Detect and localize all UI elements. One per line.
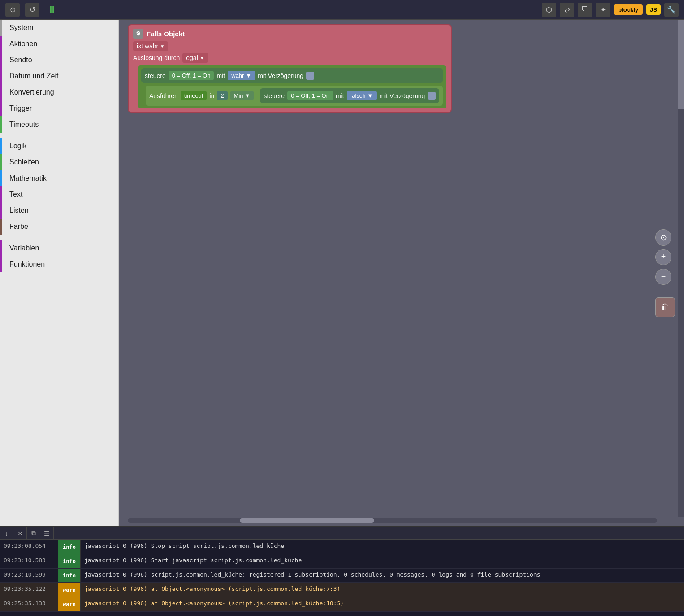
log-filter-button[interactable]: ☰	[40, 527, 54, 539]
target-icon[interactable]: ⊙	[5, 3, 20, 17]
steuere1-arrow: ▼	[246, 72, 251, 79]
blockly-button[interactable]: blockly	[614, 4, 643, 15]
sidebar-item-trigger[interactable]: Trigger	[0, 100, 118, 116]
canvas-scrollbar-thumb[interactable]	[240, 518, 374, 523]
js-button[interactable]: JS	[646, 4, 661, 15]
canvas-scrollbar[interactable]	[128, 518, 657, 523]
vertical-scrollbar[interactable]	[678, 20, 684, 517]
ausfuhren-timeout: timeout	[181, 91, 207, 100]
log-timestamp: 09:23:08.054	[0, 540, 58, 554]
trash-icon[interactable]: 🗑	[655, 297, 675, 317]
sidebar-item-timeouts[interactable]: Timeouts	[0, 116, 118, 133]
log-message: javascript.0 (996) Start javascript scri…	[81, 554, 684, 568]
zoom-in-icon[interactable]: +	[655, 249, 671, 265]
sidebar-item-mathematik[interactable]: Mathematik	[0, 170, 118, 186]
sidebar-item-text[interactable]: Text	[0, 186, 118, 202]
log-timestamp: 09:23:10.583	[0, 554, 58, 568]
log-level-badge: info	[58, 569, 81, 582]
sidebar-label-datum: Datum und Zeit	[9, 72, 58, 80]
top-toolbar: ⊙ ↺ ⏸ ⬡ ⇄ ⛉ ✦ blockly JS 🔧	[0, 0, 684, 20]
block-trigger-row: Auslösung durch egal ▼	[133, 53, 446, 63]
sidebar-label-system: System	[9, 24, 33, 31]
sidebar-item-schleifen[interactable]: Schleifen	[0, 154, 118, 170]
ausfuhren-unit-dropdown[interactable]: Min ▼	[230, 91, 254, 100]
steuere2-delay-checkbox[interactable]	[428, 92, 436, 100]
trigger-arrow: ▼	[200, 56, 204, 60]
gear-icon[interactable]: ⚙	[133, 29, 143, 39]
log-level-badge: info	[58, 540, 81, 554]
log-entry: 09:23:08.054infojavascript.0 (996) Stop …	[0, 540, 684, 554]
steuere1-label: steuere	[145, 72, 166, 79]
steuere1-delay-checkbox[interactable]	[306, 72, 314, 80]
log-entry: 09:23:35.122warnjavascript.0 (996) at Ob…	[0, 583, 684, 597]
steuere1-delay-label: mit Verzögerung	[258, 72, 303, 79]
steuere2-value-dropdown[interactable]: falsch ▼	[347, 91, 377, 100]
sidebar-item-logik[interactable]: Logik	[0, 138, 118, 154]
refresh-icon[interactable]: ↺	[25, 3, 39, 17]
checker-icon[interactable]: ⛉	[578, 3, 592, 17]
falls-objekt-title: Falls Objekt	[147, 30, 185, 38]
pause-icon[interactable]: ⏸	[45, 3, 59, 17]
steuere1-value: wahr	[231, 72, 244, 79]
canvas-area[interactable]: Objekt ID Presence 25 presence ⚙ Falls O…	[119, 20, 684, 526]
center-icon[interactable]: ⊙	[655, 229, 671, 246]
sidebar-item-system[interactable]: System	[0, 20, 118, 36]
sidebar-label-logik: Logik	[9, 142, 26, 150]
zoom-out-icon[interactable]: −	[655, 269, 671, 285]
sidebar-label-funktionen: Funktionen	[9, 260, 45, 268]
sidebar-label-konv: Konvertierung	[9, 88, 54, 96]
condition-arrow: ▼	[160, 44, 165, 49]
log-message: javascript.0 (996) at Object.<anonymous>…	[81, 583, 684, 597]
block-inner-green: steuere 0 = Off, 1 = On mit wahr ▼ mit V…	[138, 65, 446, 108]
sidebar-item-farbe[interactable]: Farbe	[0, 219, 118, 235]
sidebar-item-aktionen[interactable]: Aktionen	[0, 36, 118, 52]
sparkle-icon[interactable]: ✦	[596, 3, 610, 17]
export-icon[interactable]: ⬡	[542, 3, 556, 17]
sidebar-item-konv[interactable]: Konvertierung	[0, 84, 118, 100]
sidebar-item-funktionen[interactable]: Funktionen	[0, 256, 118, 272]
steuere2-delay-label: mit Verzögerung	[379, 92, 425, 99]
sidebar-item-sendto[interactable]: Sendto	[0, 52, 118, 68]
log-entry: 09:25:35.133warnjavascript.0 (996) at Ob…	[0, 597, 684, 612]
import-icon[interactable]: ⇄	[560, 3, 574, 17]
sidebar-label-aktionen: Aktionen	[9, 40, 37, 47]
sidebar-item-datum[interactable]: Datum und Zeit	[0, 68, 118, 84]
sidebar-label-schleifen: Schleifen	[9, 158, 39, 166]
steuere2-value: falsch	[351, 92, 366, 99]
sidebar-label-farbe: Farbe	[9, 223, 28, 230]
sidebar-item-listen[interactable]: Listen	[0, 202, 118, 219]
sidebar-label-variablen: Variablen	[9, 244, 39, 252]
log-entry: 09:23:10.583infojavascript.0 (996) Start…	[0, 554, 684, 569]
block-condition-row: ist wahr ▼	[133, 41, 446, 51]
steuere2-mit: mit	[336, 92, 344, 99]
sidebar: System Aktionen Sendto Datum und Zeit Ko…	[0, 20, 119, 526]
steuere1-value-dropdown[interactable]: wahr ▼	[228, 71, 255, 80]
block-steuere-2-wrap: steuere 0 = Off, 1 = On mit falsch ▼ mit…	[260, 88, 439, 103]
log-scroll-down-button[interactable]: ↓	[0, 527, 13, 539]
log-level-badge: info	[58, 554, 81, 568]
log-copy-button[interactable]: ⧉	[27, 527, 40, 539]
canvas-controls: ⊙ + − 🗑	[655, 229, 675, 317]
trigger-dropdown[interactable]: egal ▼	[182, 53, 208, 63]
condition-dropdown[interactable]: ist wahr ▼	[133, 41, 168, 51]
sidebar-label-trigger: Trigger	[9, 104, 32, 112]
sidebar-label-sendto: Sendto	[9, 56, 32, 64]
block-steuere-1: steuere 0 = Off, 1 = On mit wahr ▼ mit V…	[141, 68, 443, 83]
log-clear-button[interactable]: ✕	[13, 527, 27, 539]
vertical-scrollbar-thumb[interactable]	[678, 20, 684, 109]
sidebar-item-variablen[interactable]: Variablen	[0, 240, 118, 256]
ausfuhren-num: 2	[217, 91, 227, 100]
settings-icon[interactable]: 🔧	[664, 3, 679, 17]
block-falls-objekt: ⚙ Falls Objekt ist wahr ▼ Auslösung durc…	[128, 24, 452, 113]
log-level-badge: warn	[58, 597, 81, 611]
log-timestamp: 09:25:35.133	[0, 597, 58, 611]
log-toolbar: ↓ ✕ ⧉ ☰	[0, 527, 684, 540]
log-entry: 09:23:10.599infojavascript.0 (996) scrip…	[0, 569, 684, 583]
log-message: javascript.0 (996) at Object.<anonymous>…	[81, 597, 684, 611]
ausfuhren-in: in	[209, 92, 214, 99]
sidebar-label-mathematik: Mathematik	[9, 174, 47, 182]
log-area: ↓ ✕ ⧉ ☰ 09:23:08.054infojavascript.0 (99…	[0, 526, 684, 616]
ausfuhren-arrow: ▼	[245, 92, 251, 99]
steuere1-mit: mit	[216, 72, 225, 79]
ausfuhren-label: Ausführen	[149, 92, 178, 99]
